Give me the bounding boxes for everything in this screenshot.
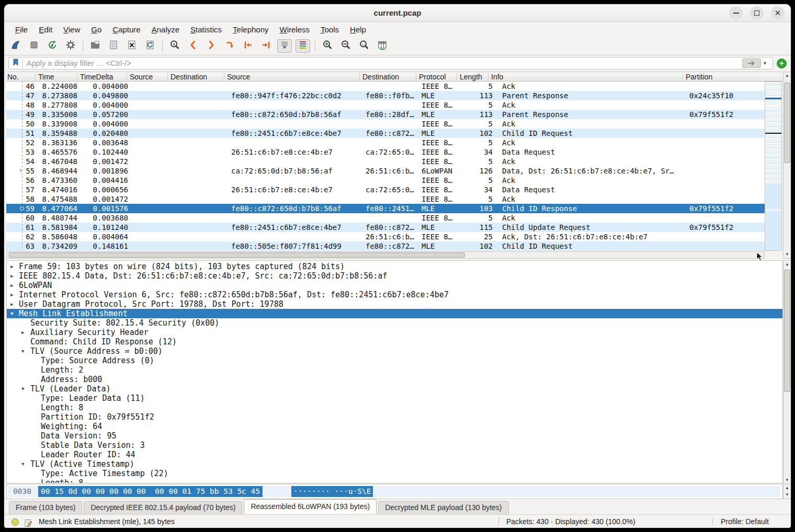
go-previous-packet-button[interactable] bbox=[186, 39, 200, 53]
resize-columns-button[interactable] bbox=[375, 39, 390, 53]
column-separator[interactable] bbox=[127, 73, 127, 80]
packet-list-hscroll-thumb[interactable] bbox=[9, 252, 465, 258]
bytes-vscrollbar[interactable]: ▲ ▼ bbox=[783, 484, 791, 499]
display-filter-input[interactable]: Apply a display filter … <Ctrl-/> ▼ bbox=[8, 57, 773, 70]
minimize-button[interactable] bbox=[729, 6, 743, 20]
packet-list-header[interactable]: No.TimeTimeDeltaSourceDestinationSourceD… bbox=[6, 72, 783, 82]
expander-open-icon[interactable]: ▼ bbox=[21, 459, 24, 469]
zoom-in-button[interactable] bbox=[320, 39, 335, 53]
bytes-tab-3[interactable]: Decrypted MLE payload (130 bytes) bbox=[378, 501, 508, 514]
menu-wireless[interactable]: Wireless bbox=[275, 24, 315, 35]
profile-text[interactable]: Profile: Default bbox=[721, 515, 769, 528]
expander-closed-icon[interactable]: ▶ bbox=[10, 271, 13, 281]
column-header-destination[interactable]: Destination bbox=[171, 72, 207, 82]
expander-closed-icon[interactable]: ▶ bbox=[10, 290, 13, 299]
auto-scroll-toggle-button[interactable] bbox=[277, 39, 292, 53]
packet-row-62[interactable]: 628.5860480.00406426:51:c6:b…IEEE 8…25Ac… bbox=[6, 232, 765, 241]
column-header-no-[interactable]: No. bbox=[7, 72, 19, 82]
detail-line[interactable]: Weighting: 64 bbox=[7, 422, 782, 431]
column-header-time[interactable]: Time bbox=[38, 72, 54, 82]
packet-list-scroll-thumb[interactable] bbox=[784, 83, 790, 163]
bytes-tab-0[interactable]: Frame (103 bytes) bbox=[9, 501, 82, 514]
column-separator[interactable] bbox=[488, 73, 489, 80]
packet-row-59[interactable]: 598.4770640.001576fe80::c872:650d:b7b8:5… bbox=[6, 204, 765, 213]
detail-line[interactable]: Address: b000 bbox=[7, 375, 782, 384]
scroll-down-icon[interactable]: ▼ bbox=[783, 491, 791, 499]
detail-line[interactable]: Type: Active Timestamp (22) bbox=[7, 469, 782, 478]
bytes-tab-1[interactable]: Decrypted IEEE 802.15.4 payload (70 byte… bbox=[84, 501, 242, 514]
column-separator[interactable] bbox=[167, 73, 168, 80]
menu-edit[interactable]: Edit bbox=[34, 24, 57, 35]
go-next-packet-button[interactable] bbox=[204, 39, 219, 53]
packet-row-50[interactable]: 508.3390080.004000IEEE 8…5Ack bbox=[6, 119, 765, 129]
start-capture-fin-button[interactable] bbox=[8, 39, 23, 53]
column-separator[interactable] bbox=[35, 73, 36, 80]
packet-row-48[interactable]: 488.2778080.004000IEEE 8…5Ack bbox=[6, 100, 765, 110]
close-file-button[interactable] bbox=[124, 39, 139, 53]
apply-filter-button[interactable] bbox=[742, 59, 761, 68]
detail-line[interactable]: ▶Frame 59: 103 bytes on wire (824 bits),… bbox=[7, 262, 782, 271]
find-packet-button[interactable]: A bbox=[167, 39, 182, 53]
menu-file[interactable]: File bbox=[10, 24, 32, 35]
packet-row-46[interactable]: 468.2240080.004000IEEE 8…5Ack bbox=[6, 82, 765, 91]
detail-line[interactable]: ▶User Datagram Protocol, Src Port: 19788… bbox=[7, 299, 782, 309]
capture-options-gear-button[interactable] bbox=[63, 39, 78, 53]
packet-row-52[interactable]: 528.3631360.003648IEEE 8…5Ack bbox=[6, 138, 765, 147]
expander-open-icon[interactable]: ▼ bbox=[21, 346, 24, 356]
packet-row-60[interactable]: 608.4807440.003680IEEE 8…5Ack bbox=[6, 213, 765, 223]
menu-capture[interactable]: Capture bbox=[108, 24, 145, 35]
add-filter-button[interactable]: + bbox=[777, 59, 787, 68]
filter-bookmark-icon[interactable] bbox=[12, 58, 20, 68]
packet-row-55[interactable]: 558.4689440.001896ca:72:65:0d:b7:b8:56:a… bbox=[6, 166, 765, 176]
expander-closed-icon[interactable]: ▶ bbox=[21, 328, 24, 337]
colorize-toggle-button[interactable] bbox=[296, 39, 310, 53]
scroll-down-icon[interactable]: ▼ bbox=[783, 477, 791, 484]
menu-analyze[interactable]: Analyze bbox=[147, 24, 184, 35]
detail-line[interactable]: Data Version: 95 bbox=[7, 431, 782, 441]
column-separator[interactable] bbox=[77, 73, 77, 80]
zoom-out-button[interactable] bbox=[338, 39, 353, 53]
detail-line[interactable]: ▼Mesh Link Establishment bbox=[7, 309, 782, 318]
detail-line[interactable]: ▼TLV (Leader Data) bbox=[7, 384, 782, 394]
go-to-packet-button[interactable] bbox=[222, 39, 237, 53]
detail-line[interactable]: ▼TLV (Source Address = b0:00) bbox=[7, 346, 782, 356]
column-separator[interactable] bbox=[457, 73, 457, 80]
detail-line[interactable]: ▶Auxiliary Security Header bbox=[7, 328, 782, 337]
column-header-destination[interactable]: Destination bbox=[362, 72, 399, 82]
go-last-packet-button[interactable] bbox=[259, 39, 274, 53]
column-header-length[interactable]: Length bbox=[460, 72, 482, 82]
menu-telephony[interactable]: Telephony bbox=[228, 24, 273, 35]
packet-bytes-pane[interactable]: 0030 00 15 0d 00 00 00 00 00 00 00 01 75… bbox=[6, 484, 783, 499]
column-separator[interactable] bbox=[359, 73, 360, 80]
go-first-packet-button[interactable] bbox=[241, 39, 255, 53]
packet-row-54[interactable]: 548.4670480.001472IEEE 8…5Ack bbox=[6, 157, 765, 166]
packet-row-53[interactable]: 538.4655760.10244026:51:c6:b7:e8:ce:4b:e… bbox=[6, 147, 765, 157]
detail-line[interactable]: Length: 8 bbox=[7, 478, 782, 483]
column-header-protocol[interactable]: Protocol bbox=[419, 72, 446, 82]
expander-closed-icon[interactable]: ▶ bbox=[10, 262, 13, 271]
detail-line[interactable]: Type: Leader Data (11) bbox=[7, 394, 782, 403]
expert-info-icon[interactable] bbox=[12, 518, 19, 526]
expander-open-icon[interactable]: ▼ bbox=[21, 384, 24, 394]
reload-file-button[interactable] bbox=[143, 39, 157, 53]
open-file-folder-button[interactable] bbox=[88, 39, 103, 53]
packet-list-vscrollbar[interactable]: ▲ ▼ bbox=[783, 72, 791, 259]
column-separator[interactable] bbox=[224, 73, 224, 80]
column-header-partition[interactable]: Partition bbox=[686, 72, 712, 82]
expander-open-icon[interactable]: ▼ bbox=[10, 309, 13, 318]
restart-capture-button[interactable] bbox=[45, 39, 60, 53]
menu-go[interactable]: Go bbox=[86, 24, 106, 35]
packet-row-49[interactable]: 498.3350080.057200fe80::c872:650d:b7b8:5… bbox=[6, 110, 765, 119]
title-bar[interactable]: current.pcap ✕ bbox=[4, 4, 791, 22]
expander-closed-icon[interactable]: ▶ bbox=[10, 281, 13, 290]
detail-line[interactable]: Command: Child ID Response (12) bbox=[7, 337, 782, 346]
column-header-timedelta[interactable]: TimeDelta bbox=[80, 72, 113, 82]
detail-line[interactable]: Length: 8 bbox=[7, 403, 782, 412]
column-header-info[interactable]: Info bbox=[491, 72, 503, 82]
packet-list-hscrollbar[interactable] bbox=[6, 251, 765, 259]
detail-line[interactable]: Type: Source Address (0) bbox=[7, 356, 782, 365]
column-header-source[interactable]: Source bbox=[227, 72, 250, 82]
hex-row[interactable]: 0030 00 15 0d 00 00 00 00 00 00 00 01 75… bbox=[8, 486, 780, 497]
scroll-up-icon[interactable]: ▲ bbox=[783, 484, 791, 492]
scroll-up-icon[interactable]: ▲ bbox=[783, 261, 791, 268]
